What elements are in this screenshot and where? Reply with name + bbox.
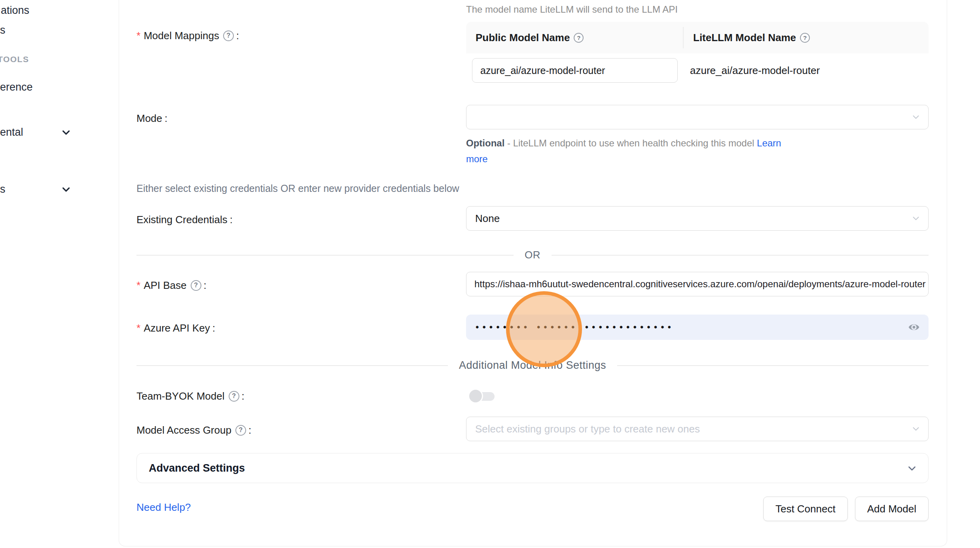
mode-select[interactable] (466, 105, 929, 129)
help-icon[interactable]: ? (800, 33, 810, 43)
credentials-note: Either select existing credentials OR en… (136, 181, 459, 195)
advanced-settings-title: Advanced Settings (149, 453, 245, 483)
sidebar-section-label: TOOLS (0, 55, 29, 64)
team-byok-toggle[interactable] (469, 389, 495, 403)
litellm-model-name-value: azure_ai/azure-model-router (690, 58, 820, 83)
eye-icon[interactable] (906, 321, 921, 335)
sidebar-item-label: ations (1, 4, 29, 16)
column-header-public-model-name: Public Model Name ? (466, 32, 683, 44)
sidebar-item-label: erence (0, 81, 33, 93)
sidebar-item-label: s (0, 24, 6, 36)
test-connect-button[interactable]: Test Connect (763, 497, 848, 521)
sidebar-item-integrations[interactable]: ations (1, 3, 29, 17)
sidebar-section-tools: TOOLS (0, 55, 29, 64)
chevron-down-icon (60, 127, 72, 142)
chevron-down-icon (911, 424, 921, 436)
sidebar-item-experimental[interactable]: ental (0, 125, 23, 139)
model-mappings-label-text: Model Mappings (144, 28, 219, 43)
model-access-group-label: Model Access Group ? : (136, 423, 251, 437)
sidebar-item-label: ental (0, 126, 23, 138)
help-icon[interactable]: ? (235, 425, 246, 436)
help-icon[interactable]: ? (574, 33, 584, 43)
required-asterisk: * (136, 321, 140, 335)
chevron-down-icon (906, 463, 918, 476)
api-base-input[interactable]: https://ishaa-mh6uutut-swedencentral.cog… (466, 272, 929, 296)
help-icon[interactable]: ? (229, 391, 239, 402)
need-help-link[interactable]: Need Help? (136, 501, 191, 514)
team-byok-label: Team-BYOK Model ? : (136, 389, 245, 403)
existing-credentials-label: Existing Credentials : (136, 212, 233, 227)
sidebar-item-inference[interactable]: erence (0, 80, 33, 94)
column-header-litellm-model-name: LiteLLM Model Name ? (683, 27, 929, 48)
or-divider-text: OR (525, 249, 540, 261)
additional-settings-divider-text: Additional Model Info Settings (459, 359, 606, 372)
api-base-label: * API Base ? : (136, 278, 207, 292)
help-icon[interactable]: ? (223, 30, 234, 41)
select-placeholder: Select existing groups or type to create… (475, 417, 700, 441)
table-header: Public Model Name ? LiteLLM Model Name ? (466, 22, 929, 53)
add-model-button[interactable]: Add Model (855, 497, 929, 521)
sidebar: ations s TOOLS erence ental s (0, 0, 119, 548)
existing-credentials-select[interactable]: None (466, 206, 929, 231)
required-asterisk: * (136, 278, 140, 292)
chevron-down-icon (60, 184, 72, 199)
chevron-down-icon (911, 112, 921, 124)
or-divider: OR (136, 249, 929, 261)
chevron-down-icon (911, 213, 921, 225)
advanced-settings-panel[interactable]: Advanced Settings (136, 453, 929, 483)
azure-api-key-label: * Azure API Key : (136, 321, 215, 335)
required-asterisk: * (136, 28, 140, 43)
public-model-name-input[interactable] (472, 58, 678, 83)
model-mappings-table: Public Model Name ? LiteLLM Model Name ?… (466, 22, 929, 112)
sidebar-item-models[interactable]: s (0, 23, 6, 37)
model-access-group-select[interactable]: Select existing groups or type to create… (466, 417, 929, 441)
add-model-page: ations s TOOLS erence ental s The model … (0, 0, 980, 548)
help-icon[interactable]: ? (191, 280, 201, 291)
footer-buttons: Test Connect Add Model (763, 497, 929, 521)
mode-optional-hint: Optional - LiteLLM endpoint to use when … (466, 135, 787, 167)
sidebar-item-settings[interactable]: s (0, 182, 6, 196)
sidebar-item-label: s (0, 183, 6, 195)
model-mappings-label: * Model Mappings ? : (136, 28, 239, 43)
mode-label-text: Mode (136, 111, 162, 125)
table-row: azure_ai/azure-model-router (466, 53, 929, 112)
model-name-hint: The model name LiteLLM will send to the … (466, 2, 678, 17)
mode-label: Mode : (136, 111, 167, 125)
additional-settings-divider: Additional Model Info Settings (136, 359, 929, 372)
azure-api-key-input[interactable]: •••••••• •••••••••••••••••••• (466, 315, 929, 340)
masked-password-value: •••••••• •••••••••••••••••••• (476, 315, 675, 340)
